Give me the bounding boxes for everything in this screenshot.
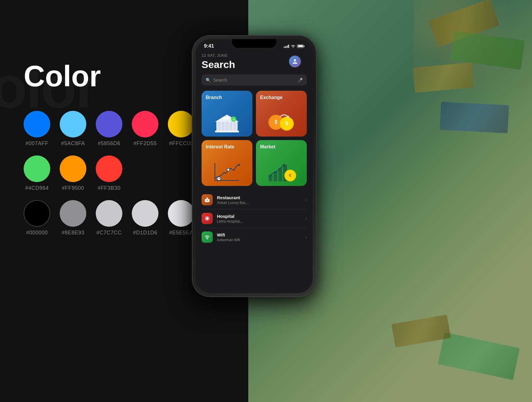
color-swatch-green [24, 155, 50, 182]
list-item-hospital[interactable]: Hospital Letha Hospital,... › [202, 209, 307, 228]
wifi-icon [291, 45, 295, 48]
market-card-title: Market [260, 144, 303, 150]
restaurant-text: Restaurant Ankan Luxury Bar,... [217, 195, 305, 205]
hospital-name: Hospital [217, 214, 305, 219]
color-label-purple: #5856D6 [98, 140, 121, 147]
color-label-black: #000000 [26, 230, 48, 236]
branch-card[interactable]: Branch [202, 91, 252, 137]
svg-text:₿: ₿ [275, 119, 277, 124]
screen-content: 12 SAT, JUNE Search 🔍 Search 🎤 [196, 51, 313, 252]
interest-rate-card-title: Interest Rate [206, 144, 248, 150]
signal-bars-icon [284, 45, 289, 48]
svg-rect-5 [226, 122, 228, 131]
avatar[interactable] [289, 56, 301, 67]
battery-icon [297, 45, 304, 48]
microphone-icon: 🎤 [298, 78, 303, 82]
phone-frame: 9:41 [192, 35, 316, 297]
color-label-yellow: #FFCC00 [169, 140, 193, 147]
color-label-green: #4CD964 [25, 185, 49, 191]
color-item-blue: #007AFF [24, 111, 50, 147]
color-item-orange: #FF9500 [60, 155, 86, 191]
color-item-light-blue: #5AC8FA [60, 111, 86, 147]
color-item-purple: #5856D6 [96, 111, 122, 147]
svg-text:€: € [289, 173, 291, 178]
exchange-card-icon: ₿ $ [258, 108, 304, 134]
svg-rect-37 [206, 197, 208, 199]
svg-point-1 [294, 59, 296, 61]
color-swatch-pink [132, 111, 158, 137]
restaurant-icon [202, 194, 213, 205]
interest-rate-card-icon [204, 160, 250, 184]
color-label-light-gray2: #E5E5EA [169, 230, 193, 236]
list-container: Restaurant Ankan Luxury Bar,... › [202, 191, 307, 246]
wifi-name: Wifi [217, 232, 305, 237]
color-item-pink: #FF2D55 [132, 111, 158, 147]
svg-text:BANK: BANK [223, 117, 229, 119]
money-bill-3 [413, 62, 474, 93]
color-item-light-gray2: #E5E5EA [168, 200, 194, 236]
color-label-red: #FF3B30 [98, 185, 121, 191]
money-bill-6 [440, 102, 509, 133]
color-label-blue: #007AFF [25, 140, 48, 147]
signal-bar-1 [284, 47, 285, 48]
color-swatch-light-gray2 [168, 200, 194, 227]
status-time: 9:41 [204, 43, 214, 49]
branch-card-title: Branch [206, 95, 248, 100]
color-label-light-blue: #5AC8FA [61, 140, 85, 147]
svg-point-24 [227, 168, 230, 171]
color-item-black: #000000 [24, 200, 50, 236]
money-bill-5 [391, 315, 451, 348]
color-item-green: #4CD964 [24, 155, 50, 191]
color-item-mid-gray: #C7C7CC [96, 200, 122, 236]
svg-rect-4 [222, 122, 224, 131]
wifi-chevron-icon: › [305, 235, 307, 239]
svg-text:$: $ [286, 121, 288, 126]
search-icon: 🔍 [206, 78, 211, 82]
exchange-card[interactable]: Exchange ₿ $ [256, 91, 307, 137]
hospital-sub: Letha Hospital,... [217, 219, 305, 223]
color-swatch-black [24, 200, 50, 227]
wifi-text: Wifi Ankerman Wifi [217, 232, 305, 242]
svg-point-42 [207, 239, 208, 239]
svg-rect-30 [278, 168, 282, 181]
signal-bar-2 [285, 46, 286, 48]
branch-card-icon: BANK % [204, 112, 250, 134]
wifi-sub: Ankerman Wifi [217, 238, 305, 242]
restaurant-sub: Ankan Luxury Bar,... [217, 201, 305, 205]
svg-rect-41 [205, 218, 209, 219]
restaurant-chevron-icon: › [305, 197, 307, 202]
color-item-light-gray1: #D1D1D6 [132, 200, 158, 236]
phone-screen: 9:41 [196, 39, 313, 293]
list-item-wifi[interactable]: Wifi Ankerman Wifi › [202, 228, 307, 246]
color-item-red: #FF3B30 [96, 155, 122, 191]
color-swatch-mid-gray [96, 200, 122, 227]
color-item-yellow: #FFCC00 [168, 111, 194, 147]
phone-mockup: 9:41 [192, 35, 316, 297]
svg-point-38 [207, 200, 208, 201]
search-bar[interactable]: 🔍 Search 🎤 [202, 74, 307, 85]
svg-rect-7 [234, 122, 236, 131]
color-item-dark-gray: #8E8E93 [60, 200, 86, 236]
wifi-list-icon [202, 231, 213, 243]
search-input[interactable]: Search [213, 77, 295, 82]
color-label-light-gray1: #D1D1D6 [133, 230, 158, 236]
market-card[interactable]: Market [256, 140, 307, 186]
color-swatch-yellow [168, 111, 194, 137]
svg-text:%: % [233, 118, 235, 121]
color-swatch-purple [96, 111, 122, 137]
signal-bar-3 [287, 46, 288, 48]
header-row: 12 SAT, JUNE Search [202, 51, 307, 70]
color-swatch-red [96, 155, 122, 182]
restaurant-name: Restaurant [217, 195, 305, 200]
svg-rect-6 [230, 122, 232, 131]
svg-rect-3 [218, 122, 220, 131]
hospital-text: Hospital Letha Hospital,... [217, 214, 305, 223]
interest-rate-card[interactable]: Interest Rate [202, 140, 252, 186]
list-item-restaurant[interactable]: Restaurant Ankan Luxury Bar,... › [202, 191, 307, 209]
color-swatch-orange [60, 155, 86, 182]
money-bill-4 [438, 332, 520, 380]
color-label-mid-gray: #C7C7CC [96, 230, 122, 236]
color-label-orange: #FF9500 [62, 185, 84, 191]
color-swatch-blue [24, 111, 50, 137]
status-icons [284, 45, 304, 48]
